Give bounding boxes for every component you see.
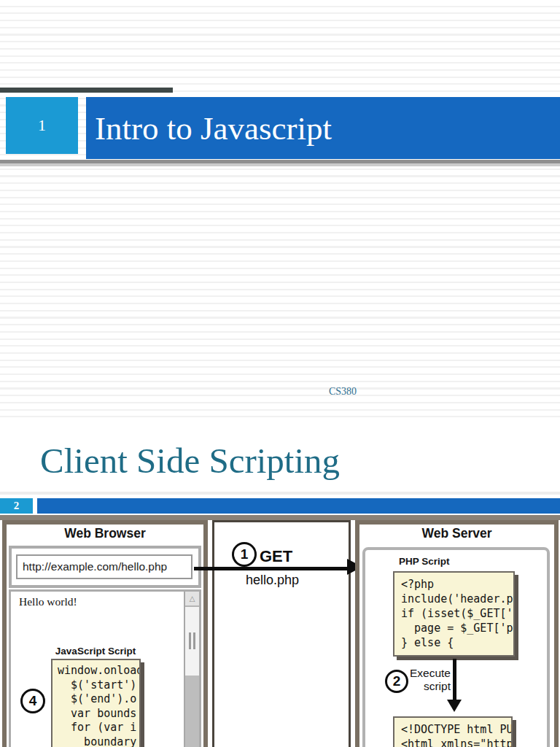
step-1-number: 1	[241, 546, 249, 562]
document-page: 1 Intro to Javascript CS380 Client Side …	[0, 0, 560, 747]
javascript-code-box: window.onload $('start') $('end').o var …	[51, 659, 141, 747]
step-1-badge: 1	[232, 542, 257, 567]
step-2-number: 2	[393, 673, 401, 689]
step-2-badge: 2	[385, 670, 408, 693]
slide1-footer: CS380	[314, 386, 372, 398]
slide1-number-badge: 1	[6, 97, 78, 154]
step-4-badge: 4	[20, 689, 45, 713]
slide1-ruled-background	[0, 0, 560, 417]
slide2-number: 2	[14, 500, 20, 512]
execute-script-arrow	[453, 659, 456, 701]
browser-page-text: Hello world!	[19, 595, 77, 608]
slide2-bar-shadow	[0, 515, 560, 520]
slide1-bar-shadow-light	[0, 163, 560, 166]
url-text: http://example.com/hello.php	[23, 560, 167, 573]
scroll-up-button: △	[185, 592, 199, 607]
slide1-title: Intro to Javascript	[95, 109, 332, 147]
web-server-title: Web Server	[359, 526, 554, 541]
html-output-box: <!DOCTYPE html PU <html xmlns="http	[393, 716, 513, 747]
slide-divider-line	[0, 492, 560, 495]
slide2-title-bar	[37, 498, 560, 514]
scrollbar-grip-icon	[185, 632, 199, 649]
javascript-script-label: JavaScript Script	[48, 646, 143, 657]
request-file-label: hello.php	[246, 573, 299, 588]
scroll-up-icon: △	[190, 595, 195, 603]
slide2-number-badge: 2	[0, 498, 33, 514]
browser-scrollbar: △	[184, 592, 199, 747]
scrollbar-track	[185, 676, 199, 747]
slide1-number: 1	[38, 116, 46, 135]
web-browser-title: Web Browser	[7, 526, 203, 541]
url-address-bar: http://example.com/hello.php	[16, 554, 192, 579]
request-method-label: GET	[260, 547, 292, 566]
step-4-number: 4	[29, 693, 37, 709]
slide1-title-bar: Intro to Javascript	[86, 97, 560, 159]
php-code-box: <?php include('header.p if (isset($_GET[…	[393, 571, 515, 657]
slide1-accent-line	[0, 88, 173, 93]
php-script-label: PHP Script	[399, 556, 450, 567]
slide2-title: Client Side Scripting	[40, 440, 340, 481]
execute-script-label: Execute script	[408, 667, 451, 693]
get-request-arrow	[194, 567, 349, 570]
execute-script-arrowhead-icon	[447, 700, 462, 712]
